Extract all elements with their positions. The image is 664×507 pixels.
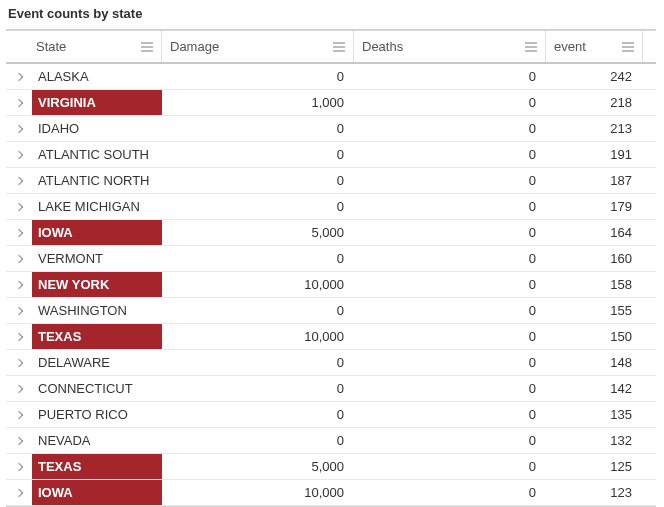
- cell-event: 242: [546, 64, 642, 89]
- chevron-right-icon: [15, 306, 23, 314]
- table-row[interactable]: IOWA5,0000164: [6, 220, 656, 246]
- column-menu-icon[interactable]: [622, 42, 634, 52]
- column-menu-icon[interactable]: [141, 42, 153, 52]
- cell-deaths: 0: [354, 168, 546, 193]
- column-header-state[interactable]: State: [32, 31, 162, 62]
- chevron-right-icon: [15, 150, 23, 158]
- table-row[interactable]: TEXAS5,0000125: [6, 454, 656, 480]
- row-gutter: [642, 350, 656, 375]
- data-grid: State Damage Deaths event ALASKA00242VIR…: [6, 29, 656, 507]
- cell-state: TEXAS: [32, 454, 162, 479]
- table-row[interactable]: VIRGINIA1,0000218: [6, 90, 656, 116]
- table-row[interactable]: NEVADA00132: [6, 428, 656, 454]
- cell-damage: 0: [162, 194, 354, 219]
- row-gutter: [642, 194, 656, 219]
- chevron-right-icon: [15, 72, 23, 80]
- expand-toggle[interactable]: [6, 454, 32, 479]
- table-row[interactable]: ATLANTIC NORTH00187: [6, 168, 656, 194]
- cell-damage: 0: [162, 376, 354, 401]
- cell-damage: 10,000: [162, 480, 354, 505]
- expand-toggle[interactable]: [6, 194, 32, 219]
- chevron-right-icon: [15, 254, 23, 262]
- table-row[interactable]: NEW YORK10,0000158: [6, 272, 656, 298]
- cell-damage: 0: [162, 142, 354, 167]
- column-menu-icon[interactable]: [525, 42, 537, 52]
- expand-toggle[interactable]: [6, 168, 32, 193]
- table-row[interactable]: PUERTO RICO00135: [6, 402, 656, 428]
- cell-damage: 0: [162, 428, 354, 453]
- cell-event: 155: [546, 298, 642, 323]
- table-row[interactable]: TEXAS10,0000150: [6, 324, 656, 350]
- row-gutter: [642, 428, 656, 453]
- row-gutter: [642, 402, 656, 427]
- cell-event: 164: [546, 220, 642, 245]
- cell-state: IDAHO: [32, 116, 162, 141]
- table-row[interactable]: ATLANTIC SOUTH00191: [6, 142, 656, 168]
- expand-toggle[interactable]: [6, 90, 32, 115]
- cell-state: ATLANTIC SOUTH: [32, 142, 162, 167]
- cell-deaths: 0: [354, 142, 546, 167]
- table-row[interactable]: WASHINGTON00155: [6, 298, 656, 324]
- cell-event: 213: [546, 116, 642, 141]
- cell-damage: 1,000: [162, 90, 354, 115]
- expand-toggle[interactable]: [6, 402, 32, 427]
- cell-event: 179: [546, 194, 642, 219]
- table-row[interactable]: CONNECTICUT00142: [6, 376, 656, 402]
- table-row[interactable]: LAKE MICHIGAN00179: [6, 194, 656, 220]
- expand-toggle[interactable]: [6, 428, 32, 453]
- expand-toggle[interactable]: [6, 324, 32, 349]
- column-label: State: [36, 39, 66, 54]
- table-row[interactable]: IDAHO00213: [6, 116, 656, 142]
- expand-toggle[interactable]: [6, 220, 32, 245]
- cell-state: PUERTO RICO: [32, 402, 162, 427]
- cell-damage: 0: [162, 350, 354, 375]
- cell-state: ATLANTIC NORTH: [32, 168, 162, 193]
- row-gutter: [642, 168, 656, 193]
- cell-damage: 10,000: [162, 324, 354, 349]
- cell-deaths: 0: [354, 116, 546, 141]
- expand-toggle[interactable]: [6, 350, 32, 375]
- expand-toggle[interactable]: [6, 298, 32, 323]
- expand-toggle[interactable]: [6, 246, 32, 271]
- table-row[interactable]: DELAWARE00148: [6, 350, 656, 376]
- expand-toggle[interactable]: [6, 480, 32, 505]
- cell-event: 160: [546, 246, 642, 271]
- cell-damage: 0: [162, 168, 354, 193]
- expand-toggle[interactable]: [6, 116, 32, 141]
- table-row[interactable]: IOWA10,0000123: [6, 480, 656, 506]
- chevron-right-icon: [15, 488, 23, 496]
- cell-state: WASHINGTON: [32, 298, 162, 323]
- expand-toggle[interactable]: [6, 376, 32, 401]
- chevron-right-icon: [15, 384, 23, 392]
- cell-state: IOWA: [32, 220, 162, 245]
- cell-damage: 5,000: [162, 220, 354, 245]
- page-title: Event counts by state: [6, 6, 656, 21]
- expand-toggle[interactable]: [6, 64, 32, 89]
- column-label: event: [554, 39, 586, 54]
- chevron-right-icon: [15, 410, 23, 418]
- chevron-right-icon: [15, 228, 23, 236]
- column-menu-icon[interactable]: [333, 42, 345, 52]
- table-row[interactable]: VERMONT00160: [6, 246, 656, 272]
- cell-deaths: 0: [354, 246, 546, 271]
- cell-event: 187: [546, 168, 642, 193]
- row-gutter: [642, 298, 656, 323]
- column-header-deaths[interactable]: Deaths: [354, 31, 546, 62]
- cell-event: 158: [546, 272, 642, 297]
- cell-event: 123: [546, 480, 642, 505]
- chevron-right-icon: [15, 462, 23, 470]
- row-gutter: [642, 324, 656, 349]
- expand-toggle[interactable]: [6, 142, 32, 167]
- table-row[interactable]: ALASKA00242: [6, 64, 656, 90]
- cell-state: TEXAS: [32, 324, 162, 349]
- expand-toggle[interactable]: [6, 272, 32, 297]
- column-header-event[interactable]: event: [546, 31, 642, 62]
- row-gutter: [642, 116, 656, 141]
- row-gutter: [642, 246, 656, 271]
- cell-damage: 0: [162, 402, 354, 427]
- cell-event: 218: [546, 90, 642, 115]
- column-header-damage[interactable]: Damage: [162, 31, 354, 62]
- cell-deaths: 0: [354, 90, 546, 115]
- cell-deaths: 0: [354, 454, 546, 479]
- chevron-right-icon: [15, 358, 23, 366]
